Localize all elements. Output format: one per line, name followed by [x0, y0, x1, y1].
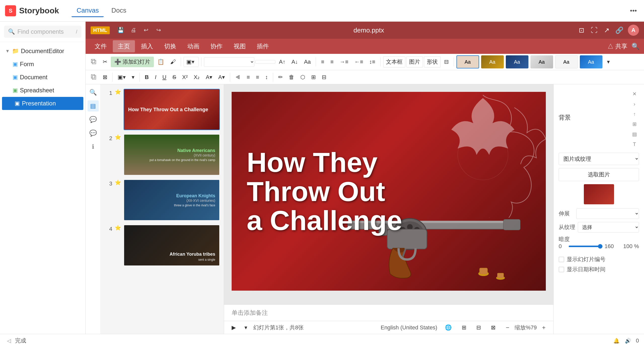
- rp-slider-handle[interactable]: [598, 244, 602, 249]
- arrange-btn[interactable]: ⊞: [309, 72, 318, 82]
- menu-animation[interactable]: 动画: [182, 40, 204, 52]
- theme3-btn[interactable]: Aa: [506, 55, 528, 68]
- menu-view[interactable]: 视图: [229, 40, 251, 52]
- menu-collaboration[interactable]: 协作: [205, 40, 228, 52]
- speaker-icon[interactable]: 🔊: [624, 337, 632, 344]
- shape2-btn[interactable]: ⬡: [298, 72, 308, 82]
- font-family-select[interactable]: [204, 57, 254, 67]
- slide-item-1[interactable]: 1 ⭐ How They Throw Out a Challenge: [101, 87, 224, 132]
- menu-plugin[interactable]: 插件: [252, 40, 274, 52]
- rp-arrow-up-btn[interactable]: ↑: [630, 109, 639, 119]
- external-icon[interactable]: ↗: [602, 26, 611, 35]
- menu-file[interactable]: 文件: [90, 40, 112, 52]
- rp-table-icon[interactable]: ⊞: [630, 120, 639, 129]
- nav-canvas[interactable]: Canvas: [71, 5, 104, 17]
- slide-star-1[interactable]: ⭐: [115, 89, 121, 95]
- slide-star-2[interactable]: ⭐: [115, 134, 121, 140]
- text-box-btn[interactable]: 文本框: [383, 56, 405, 67]
- font-size-increase-btn[interactable]: A↑: [276, 57, 288, 67]
- comment2-icon[interactable]: 💬: [88, 128, 99, 139]
- table2-btn[interactable]: ⊟: [319, 72, 329, 82]
- align-center-btn[interactable]: ≡: [244, 72, 253, 82]
- show-slide-number-checkbox[interactable]: [559, 257, 564, 262]
- rp-texture-dropdown[interactable]: 选择: [578, 222, 639, 233]
- line-spacing-btn[interactable]: ↕≡: [367, 57, 378, 67]
- menu-insert[interactable]: 插入: [136, 40, 158, 52]
- expand-icon[interactable]: ⛶: [590, 26, 599, 35]
- layout-dropdown-btn[interactable]: ▣▾: [184, 57, 199, 67]
- canvas-note[interactable]: 单击添加备注: [224, 304, 553, 321]
- theme2-btn[interactable]: Aa: [481, 55, 504, 68]
- bottom-nav-icon[interactable]: ◁: [5, 337, 13, 344]
- slide-star-4[interactable]: ⭐: [115, 225, 121, 231]
- share-button[interactable]: △ 共享: [607, 42, 627, 50]
- font-size-decrease-btn[interactable]: A↓: [289, 57, 301, 67]
- underline-btn[interactable]: U: [160, 72, 169, 82]
- list-number-btn[interactable]: ≡: [328, 57, 336, 67]
- shape-btn[interactable]: 形状: [424, 56, 441, 67]
- tree-item-presentation[interactable]: ▣ Presentation: [2, 97, 83, 110]
- info-icon[interactable]: ℹ: [88, 141, 99, 152]
- indent-decrease-btn[interactable]: ←≡: [352, 57, 366, 67]
- font-color-btn[interactable]: A▾: [216, 72, 227, 82]
- more-options-btn[interactable]: •••: [628, 5, 639, 16]
- nav-docs[interactable]: Docs: [106, 5, 131, 17]
- rp-close-btn[interactable]: ✕: [630, 89, 639, 98]
- theme1-btn[interactable]: Aa: [456, 55, 479, 68]
- add-slide-btn[interactable]: ➕ 添加幻灯片: [111, 57, 154, 67]
- play-btn[interactable]: ▶: [229, 323, 238, 332]
- italic-btn[interactable]: I: [152, 72, 159, 82]
- align-left-btn[interactable]: ⫷: [233, 72, 243, 82]
- redo-icon[interactable]: ↪: [154, 26, 163, 35]
- bg-type-dropdown[interactable]: 图片或纹理: [559, 153, 639, 165]
- view-mode-2[interactable]: ⊟: [474, 323, 483, 332]
- comment-icon[interactable]: 💬: [88, 114, 99, 125]
- search-slide-icon[interactable]: 🔍: [88, 87, 99, 98]
- menu-home[interactable]: 主页: [113, 40, 135, 52]
- draw-btn[interactable]: ✏: [276, 72, 285, 82]
- slide-item-2[interactable]: 2 ⭐ Native Americans (XVII century) put …: [101, 132, 224, 177]
- theme4-btn[interactable]: Aa: [530, 55, 553, 68]
- rp-layer-dropdown[interactable]: [576, 208, 639, 219]
- zoom-minus-btn[interactable]: −: [503, 323, 512, 332]
- minimize-icon[interactable]: ⊡: [577, 26, 586, 35]
- font-size-auto-btn[interactable]: Aa: [301, 57, 313, 67]
- tree-parent[interactable]: ▼ 📁 DocumentEditor: [0, 45, 85, 58]
- tree-item-document[interactable]: ▣ Document: [0, 71, 85, 84]
- slides-icon[interactable]: ▤: [88, 100, 99, 111]
- rp-bar-icon[interactable]: ▤: [630, 130, 639, 139]
- erase-btn[interactable]: 🗑: [286, 72, 297, 82]
- tree-item-form[interactable]: ▣ Form: [0, 58, 85, 71]
- view-mode-3[interactable]: ⊠: [488, 323, 498, 332]
- menu-transition[interactable]: 切换: [159, 40, 181, 52]
- notification-icon[interactable]: 🔔: [613, 337, 620, 344]
- undo-icon[interactable]: ↩: [141, 26, 151, 35]
- slide-item-3[interactable]: 3 ⭐ European Knights (XII-XVI centuries)…: [101, 177, 224, 223]
- format-painter-btn[interactable]: 🖌: [168, 57, 178, 67]
- select-image-btn[interactable]: 选取图片: [559, 168, 639, 181]
- search-toolbar-icon[interactable]: 🔍: [631, 42, 640, 51]
- play-dropdown-btn[interactable]: ▾: [242, 323, 250, 332]
- themes-more-btn[interactable]: ▾: [604, 57, 612, 67]
- table-btn[interactable]: ⊟: [442, 57, 451, 67]
- tree-item-spreadsheet[interactable]: ▣ Spreadsheet: [0, 84, 85, 97]
- rp-opacity-slider[interactable]: [569, 246, 602, 247]
- slide-layout2-btn[interactable]: ▣▾: [115, 72, 128, 82]
- paste-btn[interactable]: 📋: [155, 57, 167, 67]
- slide-thumb-2[interactable]: Native Americans (XVII century) put a to…: [124, 134, 220, 175]
- rp-text-icon[interactable]: T: [630, 140, 639, 149]
- language-icon[interactable]: 🌐: [442, 323, 454, 332]
- rp-arrow-right-btn[interactable]: ›: [630, 99, 639, 108]
- slide-item-4[interactable]: 4 ⭐ African Yoruba tribes sent a single: [101, 223, 224, 268]
- text-direction-btn[interactable]: ↕: [263, 72, 270, 82]
- indent-increase-btn[interactable]: →≡: [337, 57, 351, 67]
- cut-btn[interactable]: ✂: [100, 57, 110, 67]
- image-btn[interactable]: 图片: [406, 56, 423, 67]
- strikethrough-btn[interactable]: S: [170, 72, 179, 82]
- link-icon[interactable]: 🔗: [615, 26, 624, 35]
- slide-thumb-4[interactable]: African Yoruba tribes sent a single: [124, 225, 220, 266]
- align-justify-btn[interactable]: ≡: [254, 72, 262, 82]
- subscript-btn[interactable]: X₂: [191, 72, 202, 82]
- format-btn[interactable]: ⊠: [100, 72, 110, 82]
- print-icon[interactable]: 🖨: [129, 26, 138, 35]
